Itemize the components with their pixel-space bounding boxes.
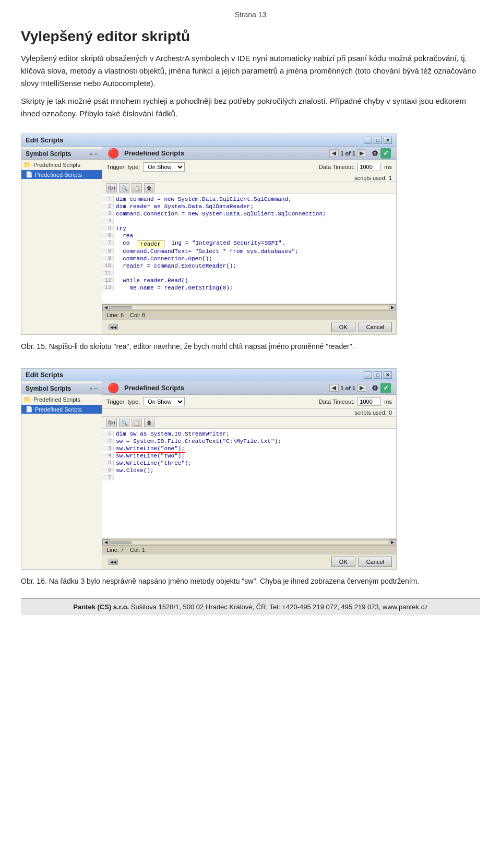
left-panel-header-2: Symbol Scripts + − xyxy=(21,383,102,394)
scroll-left-2[interactable]: ◀ xyxy=(102,539,110,546)
tb-btn-4-1[interactable]: 🗑 xyxy=(144,183,154,192)
plus-btn-2[interactable]: + xyxy=(89,385,92,392)
left-panel-1: Symbol Scripts + − 📁 Predefined Scripts … xyxy=(21,147,102,334)
screenshot-2: Edit Scripts _ □ ✕ Symbol Scripts + − 📁 … xyxy=(21,368,397,570)
titlebar-2-buttons: _ □ ✕ xyxy=(364,371,392,379)
left-panel-2: Symbol Scripts + − 📁 Predefined Scripts … xyxy=(21,381,102,569)
screenshot-1-body: Symbol Scripts + − 📁 Predefined Scripts … xyxy=(21,147,396,334)
code-line-1-8: 8 command.CommandText= "Select * from sy… xyxy=(102,248,396,256)
ok-button-2[interactable]: OK xyxy=(331,557,355,567)
left-panel-header-1: Symbol Scripts + − xyxy=(21,149,102,160)
right-panel-title-2: Predefined Scripts xyxy=(124,384,184,392)
trigger-row-2: Trigger type: On Show Data Timeout: ms xyxy=(102,395,396,409)
nav-prev-2[interactable]: ◀ xyxy=(329,384,339,392)
left-panel-item-1[interactable]: 📄 Predefined Scripts xyxy=(21,170,102,179)
plus-btn-1[interactable]: + xyxy=(89,151,92,157)
maximize-button-2[interactable]: □ xyxy=(374,371,382,379)
fx-btn-1[interactable]: f(x) xyxy=(106,183,117,192)
close-button-1[interactable]: ✕ xyxy=(384,137,392,144)
code-line-1-3: 3 command.Connection = new System.Data.S… xyxy=(102,211,396,218)
code-area-1[interactable]: 1 dim command = new System.Data.SqlClien… xyxy=(102,194,396,304)
trigger-type-label-1: type: xyxy=(127,164,140,170)
left-panel-predefined-header-1: 📁 Predefined Scripts xyxy=(21,160,102,170)
scroll-right-1[interactable]: ▶ xyxy=(389,305,396,311)
nav-next-1[interactable]: ▶ xyxy=(357,149,366,157)
code-line-1-12: 12 while reader.Read() xyxy=(102,278,396,285)
minimize-button-1[interactable]: _ xyxy=(364,137,372,144)
autocomplete-popup-1[interactable]: reader xyxy=(137,240,165,248)
minus-btn-1[interactable]: − xyxy=(94,151,98,157)
tb-btn-4-2[interactable]: 🗑 xyxy=(144,418,154,427)
titlebar-1: Edit Scripts _ □ ✕ xyxy=(21,134,396,147)
scripts-used-row-1: scripts used: 1 xyxy=(102,174,396,182)
toolbar-row-2: f(x) 🔍 📋 🗑 xyxy=(102,417,396,429)
right-panel-title-1: Predefined Scripts xyxy=(124,149,184,157)
scroll-left-bottom-1[interactable]: ◀◀ xyxy=(109,324,118,330)
plus-minus-2: + − xyxy=(89,385,98,392)
maximize-button-1[interactable]: □ xyxy=(374,137,382,144)
confirm-icon-2[interactable]: ✓ xyxy=(380,383,391,393)
titlebar-1-buttons: _ □ ✕ xyxy=(364,137,392,144)
timeout-label-2: Data Timeout: xyxy=(319,399,354,405)
titlebar-2-title: Edit Scripts xyxy=(26,371,63,379)
rph-left-1: 🔴 Predefined Scripts xyxy=(108,148,184,159)
tb-btn-3-1[interactable]: 📋 xyxy=(132,183,142,192)
nav-text-2: 1 of 1 xyxy=(340,385,355,391)
scroll-left-1[interactable]: ◀ xyxy=(102,305,110,311)
page-title: Vylepšený editor skriptů xyxy=(21,28,480,45)
tb-btn-2-1[interactable]: 🔍 xyxy=(119,183,129,192)
code-area-2[interactable]: 1 dim sw as System.IO.StreamWriter; 2 sw… xyxy=(102,429,396,539)
status-line-2: Line: 7 xyxy=(106,547,124,553)
cancel-button-1[interactable]: Cancel xyxy=(359,322,392,332)
nav-next-2[interactable]: ▶ xyxy=(357,384,366,392)
scroll-track-1 xyxy=(111,306,388,309)
code-line-2-5: 5 sw.WriteLine("three"); xyxy=(102,460,396,467)
tb-btn-3-2[interactable]: 📋 xyxy=(132,418,142,427)
toolbar-row-1: f(x) 🔍 📋 🗑 xyxy=(102,182,396,194)
nav-row-1: ◀ 1 of 1 ▶ xyxy=(329,149,366,157)
rph-right-2: ◀ 1 of 1 ▶ ⚙ ✓ xyxy=(329,383,391,393)
scrollbar-h-1[interactable]: ◀ ▶ xyxy=(102,304,396,310)
settings-icon-1[interactable]: ⚙ xyxy=(372,149,378,158)
status-col-2: Col: 1 xyxy=(130,547,145,553)
status-bar-2: Line: 7 Col: 1 xyxy=(102,545,396,554)
code-line-1-4: 4 xyxy=(102,218,396,225)
paragraph-1: Vylepšený editor skriptů obsažených v Ar… xyxy=(21,52,480,90)
right-panel-header-2: 🔴 Predefined Scripts ◀ 1 of 1 ▶ ⚙ ✓ xyxy=(102,381,396,395)
settings-icon-2[interactable]: ⚙ xyxy=(372,384,378,392)
titlebar-2: Edit Scripts _ □ ✕ xyxy=(21,369,396,381)
left-panel-title-1: Symbol Scripts xyxy=(26,150,71,158)
code-line-1-10: 10 reader = command.ExecuteReader(); xyxy=(102,263,396,270)
trigger-select-1[interactable]: On Show xyxy=(143,162,185,172)
trigger-select-2[interactable]: On Show xyxy=(143,397,185,406)
code-line-1-5: 5 try xyxy=(102,225,396,233)
right-panel-1: 🔴 Predefined Scripts ◀ 1 of 1 ▶ ⚙ ✓ Trig… xyxy=(102,147,396,334)
timeout-input-2[interactable] xyxy=(357,397,381,406)
scripts-used-label-1: scripts used: xyxy=(354,175,387,181)
code-line-2-6: 6 sw.Close(); xyxy=(102,467,396,475)
code-line-2-1: 1 dim sw as System.IO.StreamWriter; xyxy=(102,431,396,438)
cancel-button-2[interactable]: Cancel xyxy=(359,557,392,567)
nav-prev-1[interactable]: ◀ xyxy=(329,149,339,157)
fx-btn-2[interactable]: f(x) xyxy=(106,418,117,427)
code-line-2-3: 3 sw.WriteLine("one"); xyxy=(102,445,396,453)
status-col-1: Col: 8 xyxy=(130,312,145,318)
confirm-icon-1[interactable]: ✓ xyxy=(380,148,391,159)
code-line-1-13: 13 me.name = reader.GetString(0); xyxy=(102,285,396,292)
predefined-scripts-icon-1: 📄 xyxy=(26,171,33,178)
predefined-scripts-icon-2: 📄 xyxy=(26,406,33,413)
caption-2: Obr. 16. Na řádku 3 bylo nesprávně napsá… xyxy=(21,577,480,585)
trigger-type-label-2: type: xyxy=(127,399,140,405)
timeout-input-1[interactable] xyxy=(357,163,381,171)
code-line-1-2: 2 dim reader as System.Data.SqlDataReade… xyxy=(102,203,396,211)
scrollbar-h-2[interactable]: ◀ ▶ xyxy=(102,539,396,545)
close-button-2[interactable]: ✕ xyxy=(384,371,392,379)
scroll-right-2[interactable]: ▶ xyxy=(389,539,396,546)
left-panel-item-2[interactable]: 📄 Predefined Scripts xyxy=(21,405,102,414)
minimize-button-2[interactable]: _ xyxy=(364,371,372,379)
right-panel-2: 🔴 Predefined Scripts ◀ 1 of 1 ▶ ⚙ ✓ Trig… xyxy=(102,381,396,569)
scroll-left-bottom-2[interactable]: ◀◀ xyxy=(109,559,118,565)
ok-button-1[interactable]: OK xyxy=(331,322,355,332)
tb-btn-2-2[interactable]: 🔍 xyxy=(119,418,129,427)
minus-btn-2[interactable]: − xyxy=(94,385,98,392)
